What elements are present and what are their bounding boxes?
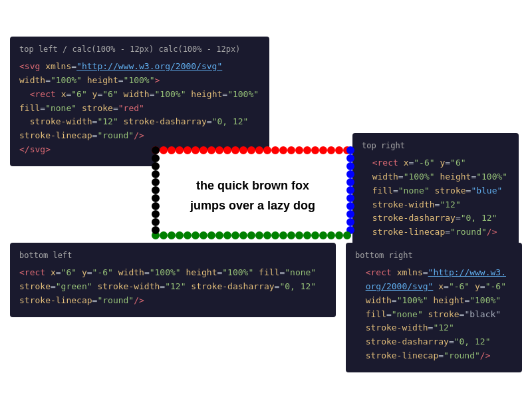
topright-label: top right [362,140,509,152]
bottomright-label: bottom right [355,249,513,262]
topleft-label: top left / calc(100% - 12px) calc(100% -… [19,43,260,56]
svg-rect-0 [156,150,350,235]
svg-text:jumps over a lazy dog: jumps over a lazy dog [190,199,315,212]
topleft-code: <svg xmlns="http://www.w3.org/2000/svg" … [19,60,260,157]
bottomleft-code: <rect x="6" y="-6" width="100%" height="… [19,266,327,307]
preview-container: the quick brown fox jumps over a lazy do… [152,146,354,239]
preview-svg: the quick brown fox jumps over a lazy do… [152,146,354,239]
svg-text:the quick brown fox: the quick brown fox [196,179,309,192]
bottomleft-label: bottom left [19,249,327,262]
bottomright-code: <rect xmlns="http://www.w3. org/2000/svg… [355,266,513,363]
topright-code: <rect x="-6" y="6" width="100%" height="… [362,156,509,239]
code-box-bottomleft: bottom left <rect x="6" y="-6" width="10… [10,243,336,317]
code-box-topright: top right <rect x="-6" y="6" width="100%… [352,133,519,249]
code-box-bottomright: bottom right <rect xmlns="http://www.w3.… [346,243,522,372]
